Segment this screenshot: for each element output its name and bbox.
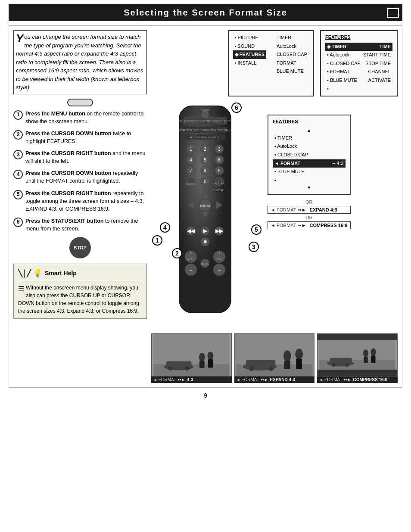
feat2-down: ▼ bbox=[273, 184, 346, 191]
svg-point-65 bbox=[185, 367, 190, 371]
feat1-timer: ◆ TIMER TIME bbox=[325, 43, 392, 51]
main-sub-bluemute: BLUE MUTE bbox=[275, 67, 309, 76]
svg-rect-91 bbox=[371, 355, 376, 363]
step-5-num: 5 bbox=[13, 190, 23, 199]
main-menu-item-sound: • SOUND bbox=[233, 42, 267, 51]
svg-text:VOL: VOL bbox=[187, 258, 193, 261]
menu-button-illustration bbox=[67, 99, 93, 106]
feat1-format: • FORMAT CHANNEL bbox=[325, 68, 392, 76]
step-label-5: 5 bbox=[251, 224, 262, 235]
svg-text:SURF II: SURF II bbox=[212, 189, 223, 192]
steps-container: 1 Press the MENU button on the remote co… bbox=[13, 110, 147, 233]
menu-icon: ☰ bbox=[18, 284, 24, 294]
svg-point-68 bbox=[208, 352, 214, 360]
format-img-43 bbox=[151, 333, 232, 376]
feat2-closedcap: • CLOSED CAP bbox=[273, 151, 346, 159]
page-wrapper: Selecting the Screen Format Size Y ou ca… bbox=[0, 4, 411, 399]
svg-point-90 bbox=[371, 348, 376, 356]
svg-text:SLEEP: SLEEP bbox=[201, 109, 209, 112]
step-3: 3 Press the CURSOR RIGHT button and the … bbox=[13, 149, 147, 165]
feat2-format: ◄ FORMAT•• 4:3 bbox=[273, 159, 346, 168]
top-osd-area: • PICTURE • SOUND ◆ FEATURES • INSTALL T… bbox=[151, 30, 398, 96]
feat1-closedcap: • CLOSED CAP STOP TIME bbox=[325, 59, 392, 68]
format-img-block-compress: ◄ FORMAT ••► COMPRESS 16:9 bbox=[317, 333, 398, 383]
feat1-empty: • bbox=[325, 85, 392, 93]
step-4-text: Press the CURSOR DOWN button repeatedly … bbox=[25, 169, 147, 185]
step-2-num: 2 bbox=[13, 130, 23, 140]
bulb-icon: 💡 bbox=[33, 268, 42, 279]
svg-text:TV  MULTIMEDIA STATUS/EX  CLOC: TV MULTIMEDIA STATUS/EX CLOCK bbox=[179, 120, 230, 123]
format-label-bar-expand: ◄ FORMAT ••► EXPAND 4:3 bbox=[234, 376, 315, 383]
main-sub-closedcap: CLOSED CAP bbox=[275, 50, 309, 59]
or-label-2: OR bbox=[268, 215, 351, 220]
step-3-num: 3 bbox=[13, 150, 23, 159]
svg-rect-73 bbox=[246, 360, 275, 368]
step-5-bold: Press the CURSOR RIGHT button bbox=[25, 190, 111, 196]
step-1: 1 Press the MENU button on the remote co… bbox=[13, 110, 147, 125]
svg-text:−: − bbox=[190, 268, 192, 273]
step-1-num: 1 bbox=[13, 110, 23, 120]
step-2-text: Press the CURSOR DOWN button twice to hi… bbox=[25, 130, 147, 145]
remote-svg: TV MULTIMEDIA STATUS/EX CLOCK VCR VCR IN… bbox=[156, 102, 255, 326]
format-row-expand: ◄ FORMAT ••► EXPAND 4:3 bbox=[268, 206, 351, 214]
feat2-up: ▲ bbox=[273, 127, 346, 134]
svg-rect-67 bbox=[199, 361, 205, 368]
svg-rect-79 bbox=[296, 359, 302, 369]
step-2: 2 Press the CURSOR DOWN button twice to … bbox=[13, 130, 147, 145]
feat1-bluemute: • BLUE MUTE ACTIVATE bbox=[325, 76, 392, 85]
right-panel: • PICTURE • SOUND ◆ FEATURES • INSTALL T… bbox=[151, 30, 398, 383]
feat2-autolock: • AutoLock bbox=[273, 142, 346, 151]
svg-text:VCR   VCR   INCL  PROGRAM  TV/: VCR VCR INCL PROGRAM TV/VCR ☆ bbox=[179, 129, 232, 132]
svg-text:3: 3 bbox=[218, 147, 221, 152]
svg-text:◀◀: ◀◀ bbox=[187, 228, 195, 234]
feat1-autolock: • AutoLock START TIME bbox=[325, 51, 392, 59]
step-1-text: Press the MENU button on the remote cont… bbox=[25, 110, 147, 125]
svg-text:5: 5 bbox=[204, 158, 206, 162]
main-menu-item-features: ◆ FEATURES bbox=[233, 50, 267, 59]
main-menu-item-picture: • PICTURE bbox=[233, 34, 267, 42]
svg-rect-77 bbox=[284, 361, 290, 369]
intro-text: Y ou can change the screen format size t… bbox=[13, 30, 147, 94]
stop-button: STOP bbox=[69, 237, 91, 258]
format-label-compress: ◄ FORMAT bbox=[271, 223, 296, 228]
format-img-block-43: ◄ FORMAT ••► 4:3 bbox=[151, 333, 232, 383]
format-label-expand: ◄ FORMAT bbox=[271, 207, 296, 212]
svg-point-87 bbox=[346, 364, 349, 367]
format-lbl-43: ◄ FORMAT bbox=[153, 377, 176, 382]
right-menus: FEATURES ▲ • TIMER • AutoLock • CLOSED C… bbox=[268, 102, 351, 327]
step-2-bold: Press the CURSOR DOWN button bbox=[25, 131, 111, 137]
format-arr-compress: ••► bbox=[344, 377, 352, 382]
svg-text:+: + bbox=[218, 250, 221, 255]
format-arr-43: ••► bbox=[178, 377, 185, 382]
svg-point-66 bbox=[199, 353, 205, 361]
svg-text:6: 6 bbox=[218, 158, 221, 162]
svg-text:0: 0 bbox=[204, 179, 206, 184]
smart-help-title: ╲│╱ 💡 Smart Help bbox=[18, 268, 142, 281]
svg-point-64 bbox=[168, 367, 172, 371]
svg-rect-69 bbox=[208, 359, 213, 368]
features-osd-menu-2: FEATURES ▲ • TIMER • AutoLock • CLOSED C… bbox=[268, 115, 351, 195]
svg-text:4: 4 bbox=[190, 158, 192, 162]
svg-point-86 bbox=[332, 364, 336, 367]
step-label-1: 1 bbox=[152, 235, 162, 246]
svg-text:PICTURE: PICTURE bbox=[214, 182, 225, 185]
format-value-expand: EXPAND 4:3 bbox=[310, 207, 337, 212]
page-header: Selecting the Screen Format Size bbox=[9, 4, 402, 21]
step-4: 4 Press the CURSOR DOWN button repeatedl… bbox=[13, 169, 147, 185]
page-title: Selecting the Screen Format Size bbox=[124, 8, 287, 17]
format-arrow-compress: ••► bbox=[298, 223, 306, 228]
svg-point-88 bbox=[363, 349, 368, 357]
svg-text:9: 9 bbox=[218, 168, 221, 173]
svg-text:MENU: MENU bbox=[200, 204, 210, 208]
svg-text:■: ■ bbox=[203, 239, 206, 245]
format-img-block-expand: ◄ FORMAT ••► EXPAND 4:3 bbox=[234, 333, 315, 383]
features-title-1: FEATURES bbox=[325, 34, 392, 41]
svg-text:MUTE: MUTE bbox=[201, 262, 209, 265]
svg-text:ACC   RECORD  SURF   LIST: ACC RECORD SURF LIST bbox=[190, 136, 221, 139]
svg-point-75 bbox=[269, 367, 273, 371]
page-number: 9 bbox=[0, 392, 411, 399]
svg-text:8: 8 bbox=[204, 168, 206, 173]
svg-text:+: + bbox=[190, 250, 192, 255]
format-label-bar-compress: ◄ FORMAT ••► COMPRESS 16:9 bbox=[317, 376, 398, 383]
svg-text:▶▶: ▶▶ bbox=[215, 228, 224, 234]
